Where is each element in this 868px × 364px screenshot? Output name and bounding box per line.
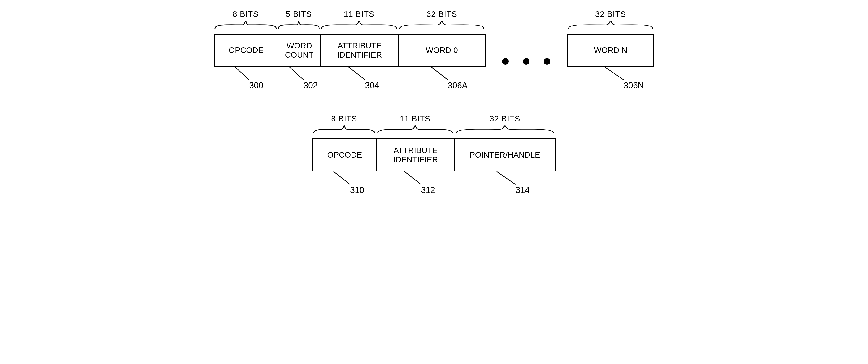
ref-number: 300 — [249, 80, 263, 91]
cell-label: WORD 0 — [398, 34, 486, 67]
brace-icon — [214, 20, 278, 30]
cell-label: OPCODE — [312, 138, 376, 171]
brace-icon — [320, 20, 398, 30]
ref-number: 302 — [304, 80, 318, 91]
ref-leader: 314 — [454, 171, 556, 190]
ref-leader: 304 — [320, 67, 398, 86]
brace-icon — [312, 125, 376, 134]
ref-leader: 312 — [376, 171, 454, 190]
ref-number: 306A — [448, 80, 468, 91]
ref-number: 310 — [350, 185, 364, 195]
bits-label: 32 BITS — [398, 9, 486, 19]
format-row-2: 8 BITS OPCODE 310 11 BITS ATTRIBUTE IDEN… — [9, 114, 859, 190]
ref-leader: 310 — [312, 171, 376, 190]
bits-label: 11 BITS — [376, 114, 454, 123]
ref-number: 304 — [365, 80, 379, 91]
ref-number: 314 — [516, 185, 530, 195]
cell-label: WORD COUNT — [278, 34, 320, 67]
field-wordn: 32 BITS WORD N 306N — [567, 9, 654, 86]
cell-label: POINTER/HANDLE — [454, 138, 556, 171]
ref-leader: 306N — [567, 67, 654, 86]
brace-icon — [454, 125, 556, 134]
svg-line-1 — [289, 67, 304, 80]
field-opcode: 8 BITS OPCODE 300 — [214, 9, 278, 86]
svg-line-2 — [348, 67, 365, 80]
bits-label: 8 BITS — [312, 114, 376, 123]
field-pointer-handle: 32 BITS POINTER/HANDLE 314 — [454, 114, 556, 190]
bits-label: 8 BITS — [214, 9, 278, 19]
ref-leader: 300 — [214, 67, 278, 86]
cell-label: WORD N — [567, 34, 654, 67]
svg-line-6 — [404, 171, 421, 185]
svg-line-4 — [605, 67, 624, 80]
svg-line-5 — [334, 171, 350, 185]
cell-label: ATTRIBUTE IDENTIFIER — [376, 138, 454, 171]
svg-line-7 — [497, 171, 516, 185]
ref-leader: 306A — [398, 67, 486, 86]
brace-icon — [567, 20, 654, 30]
cell-label: ATTRIBUTE IDENTIFIER — [320, 34, 398, 67]
dot-icon — [523, 58, 529, 65]
dot-icon — [544, 58, 550, 65]
ref-number: 312 — [421, 185, 435, 195]
bits-label: 32 BITS — [567, 9, 654, 19]
brace-icon — [398, 20, 486, 30]
brace-icon — [376, 125, 454, 134]
ref-number: 306N — [624, 80, 644, 91]
cell-label: OPCODE — [214, 34, 278, 67]
format-row-1: 8 BITS OPCODE 300 5 BITS WORD COUNT 302 … — [9, 9, 859, 86]
field-opcode-2: 8 BITS OPCODE 310 — [312, 114, 376, 190]
brace-icon — [278, 20, 320, 30]
svg-line-0 — [235, 67, 249, 80]
field-word0: 32 BITS WORD 0 306A — [398, 9, 486, 86]
field-attribute-id-2: 11 BITS ATTRIBUTE IDENTIFIER 312 — [376, 114, 454, 190]
ref-leader: 302 — [278, 67, 320, 86]
field-attribute-id: 11 BITS ATTRIBUTE IDENTIFIER 304 — [320, 9, 398, 86]
bits-label: 32 BITS — [454, 114, 556, 123]
dot-icon — [502, 58, 509, 65]
bits-label: 11 BITS — [320, 9, 398, 19]
ellipsis-dots — [502, 18, 550, 78]
bits-label: 5 BITS — [278, 9, 320, 19]
field-word-count: 5 BITS WORD COUNT 302 — [278, 9, 320, 86]
svg-line-3 — [431, 67, 448, 80]
